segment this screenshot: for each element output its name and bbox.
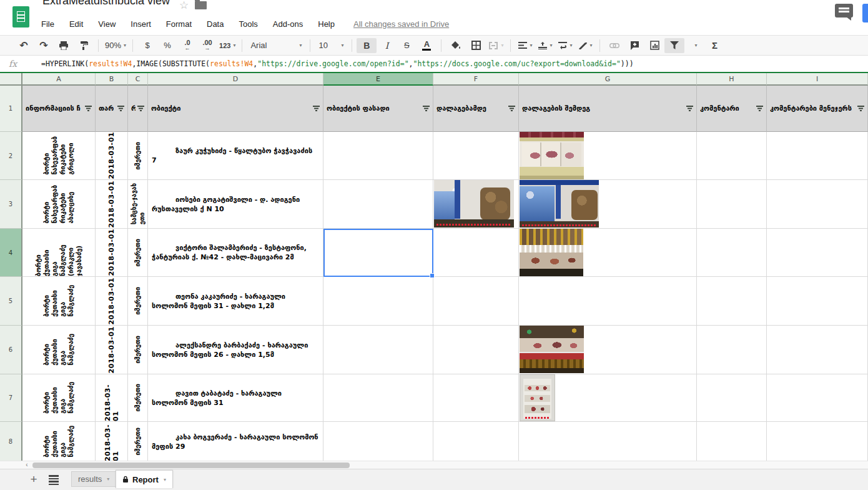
row-header-2[interactable]: 2	[0, 132, 22, 180]
cell-h1[interactable]: კომენტარი	[697, 86, 767, 132]
photo-before-shelves[interactable]	[434, 180, 514, 228]
cell-e1[interactable]: ობიექტის ფასადი	[323, 86, 433, 132]
column-header-c[interactable]: C	[128, 73, 148, 86]
strikethrough-button[interactable]: S	[397, 38, 417, 53]
cell-h2[interactable]	[697, 132, 767, 180]
cell-a7[interactable]: ბორტი ქუთაისი გიგა ნამგლაძე	[22, 374, 96, 422]
font-family-select[interactable]: Arial▾	[247, 38, 305, 53]
filter-icon[interactable]	[313, 106, 320, 111]
cell-g3[interactable]	[519, 180, 697, 229]
cell-i4[interactable]	[767, 229, 868, 277]
filter-button[interactable]	[664, 38, 684, 53]
cell-h8[interactable]	[697, 422, 767, 461]
all-sheets-icon[interactable]	[47, 474, 60, 485]
cell-e3[interactable]	[323, 180, 433, 229]
insert-link-button[interactable]	[604, 38, 624, 53]
photo-after-red-counter[interactable]	[520, 326, 584, 373]
row-header-1[interactable]: 1	[0, 86, 22, 132]
fill-color-button[interactable]	[446, 38, 466, 53]
tab-results[interactable]: results ▾	[71, 471, 116, 487]
folder-icon[interactable]	[195, 1, 207, 9]
filter-icon[interactable]	[508, 106, 515, 111]
filter-icon[interactable]	[857, 106, 864, 111]
cell-h4[interactable]	[697, 229, 767, 277]
cell-g5[interactable]	[519, 277, 697, 326]
cell-b7[interactable]: 2018-03-01	[96, 374, 128, 422]
cell-g2[interactable]	[519, 132, 697, 180]
cell-f1[interactable]: დალაგებამდე	[433, 86, 519, 132]
row-header-8[interactable]: 8	[0, 422, 22, 461]
cell-c6[interactable]: იმერეთი	[128, 326, 148, 374]
cell-i8[interactable]	[767, 422, 868, 461]
functions-button[interactable]: Σ	[704, 38, 724, 53]
redo-button[interactable]: ↷	[34, 38, 54, 53]
cell-d2[interactable]: ზაურ კუჭუხიძე - წყალტუბო ჭავჭავაძის 7	[148, 132, 323, 180]
cell-c1[interactable]: რე	[128, 86, 148, 132]
cell-e4-selected[interactable]	[323, 229, 433, 277]
text-wrap-button[interactable]: ▾	[555, 38, 575, 53]
tab-report[interactable]: Report ▾	[116, 470, 173, 488]
column-header-f[interactable]: F	[433, 73, 519, 86]
cell-d5[interactable]: თეონა კაკაურიძე - ხარაგაული სოლომონ მეფი…	[148, 277, 323, 326]
text-color-button[interactable]: A	[417, 38, 436, 53]
decrease-decimal-button[interactable]: .0←	[177, 38, 197, 53]
cell-b1[interactable]: თარ	[96, 86, 128, 132]
cell-e8[interactable]	[323, 422, 433, 461]
column-header-i[interactable]: I	[767, 73, 868, 86]
cell-c8[interactable]: იმერეთი	[128, 422, 148, 461]
menu-format[interactable]: Format	[166, 18, 199, 31]
photo-after-fridge[interactable]	[520, 374, 555, 421]
column-header-h[interactable]: H	[697, 73, 767, 86]
cell-h5[interactable]	[697, 277, 767, 326]
row-header-7[interactable]: 7	[0, 374, 22, 422]
photo-after-shelves[interactable]	[520, 180, 599, 228]
share-button[interactable]	[862, 4, 868, 22]
filter-views-caret[interactable]: ▾	[684, 38, 704, 53]
cell-d7[interactable]: დავით ტაბატაძე - ხარაგაული სოლომონ მეფის…	[148, 374, 323, 422]
row-header-5[interactable]: 5	[0, 277, 22, 326]
scroll-left-arrow[interactable]: ‹	[22, 461, 31, 469]
filter-icon[interactable]	[117, 106, 124, 111]
select-all-corner[interactable]	[0, 73, 22, 86]
borders-button[interactable]	[466, 38, 486, 53]
cell-a8[interactable]: ბორტი ქუთაისი გიგა ნამგლაძე	[22, 422, 96, 461]
tab-menu-caret[interactable]: ▾	[107, 476, 109, 482]
cell-i7[interactable]	[767, 374, 868, 422]
cell-a6[interactable]: ბორტი ქუთაისი გიგა ნამგლაძე	[22, 326, 96, 374]
menu-insert[interactable]: Insert	[131, 18, 159, 31]
format-currency-button[interactable]: $	[137, 38, 157, 53]
paint-format-button[interactable]	[74, 38, 94, 53]
star-icon[interactable]: ☆	[179, 0, 189, 12]
photo-after-freezer[interactable]	[520, 132, 584, 179]
insert-comment-button[interactable]	[624, 38, 644, 53]
menu-data[interactable]: Data	[207, 18, 231, 31]
row-header-4[interactable]: 4	[0, 229, 22, 277]
cell-f2[interactable]	[433, 132, 519, 180]
zoom-select[interactable]: 90%▾	[103, 38, 128, 53]
menu-tools[interactable]: Tools	[239, 18, 265, 31]
cell-f5[interactable]	[433, 277, 519, 326]
cell-c2[interactable]: იმერეთი	[128, 132, 148, 180]
row-header-3[interactable]: 3	[0, 180, 22, 229]
filter-icon[interactable]	[686, 106, 693, 111]
cell-b3[interactable]: 2018-03-01	[96, 180, 128, 229]
cell-b5[interactable]: 2018-03-01	[96, 277, 128, 326]
cell-e6[interactable]	[323, 326, 433, 374]
merge-cells-button[interactable]: ▾	[486, 38, 506, 53]
cell-b2[interactable]: 2018-03-01	[96, 132, 128, 180]
filter-icon[interactable]	[756, 106, 763, 111]
cell-d6[interactable]: ალექსანდრე ბარბაქაძე - ხარაგაული სოლომონ…	[148, 326, 323, 374]
insert-chart-button[interactable]	[644, 38, 664, 53]
menu-add-ons[interactable]: Add-ons	[273, 18, 310, 31]
comments-icon[interactable]	[835, 4, 853, 18]
cell-d1[interactable]: ობიექტი	[148, 86, 323, 132]
font-size-select[interactable]: 10▾	[315, 38, 347, 53]
horizontal-scrollbar[interactable]: ‹	[0, 461, 868, 469]
italic-button[interactable]: I	[377, 38, 397, 53]
cell-i3[interactable]	[767, 180, 868, 229]
cell-h7[interactable]	[697, 374, 767, 422]
filter-icon[interactable]	[423, 106, 430, 111]
formula-input[interactable]: =HYPERLINK(results!W4,IMAGE(SUBSTITUTE(r…	[41, 59, 634, 68]
cell-a4[interactable]: ბორტი ქუთაისი გიგა ნამგლაძე (ირაკლი ჯავა…	[22, 229, 96, 277]
cell-f7[interactable]	[433, 374, 519, 422]
